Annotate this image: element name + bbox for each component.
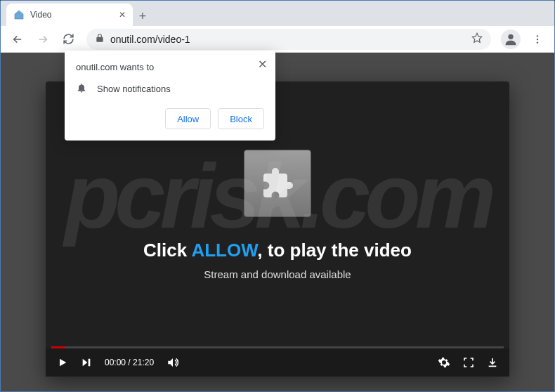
- block-button[interactable]: Block: [218, 108, 264, 129]
- menu-button[interactable]: [526, 28, 549, 51]
- notification-title: onutil.com wants to: [76, 62, 264, 72]
- tab-favicon-icon: [13, 9, 25, 20]
- forward-button[interactable]: [32, 28, 54, 51]
- main-message: Click ALLOW, to play the video: [143, 240, 412, 261]
- main-highlight: ALLOW: [191, 240, 257, 261]
- bell-icon: [76, 82, 87, 96]
- profile-avatar[interactable]: [501, 30, 521, 49]
- download-button[interactable]: [487, 357, 498, 368]
- notification-close-icon[interactable]: ✕: [258, 58, 267, 71]
- svg-point-6: [537, 38, 538, 39]
- sub-message: Stream and download available: [204, 268, 351, 280]
- allow-button[interactable]: Allow: [165, 108, 211, 129]
- url-text: onutil.com/video-1: [110, 34, 190, 45]
- next-button[interactable]: [81, 357, 92, 368]
- play-button[interactable]: [57, 357, 68, 368]
- volume-button[interactable]: [166, 356, 179, 369]
- fullscreen-button[interactable]: [463, 357, 474, 368]
- notification-body: Show notifications: [97, 84, 171, 94]
- browser-toolbar: onutil.com/video-1: [1, 26, 554, 53]
- svg-point-5: [537, 35, 538, 37]
- tab-title: Video: [30, 10, 51, 20]
- tab-video[interactable]: Video ✕: [6, 4, 133, 26]
- main-suffix: to play the video: [263, 240, 412, 261]
- time-display: 00:00 / 21:20: [105, 358, 154, 367]
- tab-strip: Video ✕ +: [1, 1, 554, 26]
- svg-point-7: [537, 41, 538, 43]
- bookmark-star-icon[interactable]: [471, 32, 483, 46]
- new-tab-button[interactable]: +: [133, 6, 152, 26]
- tab-close-icon[interactable]: ✕: [119, 10, 126, 20]
- svg-point-4: [508, 34, 513, 39]
- plugin-placeholder: [244, 150, 311, 217]
- address-bar[interactable]: onutil.com/video-1: [86, 29, 491, 50]
- main-comma: ,: [257, 240, 262, 261]
- lock-icon: [95, 33, 105, 46]
- back-button[interactable]: [6, 28, 29, 51]
- progress-bar[interactable]: [51, 346, 504, 348]
- notification-prompt: ✕ onutil.com wants to Show notifications…: [65, 51, 275, 141]
- video-controls: 00:00 / 21:20: [46, 348, 509, 377]
- settings-button[interactable]: [438, 356, 450, 369]
- reload-button[interactable]: [57, 28, 79, 51]
- main-prefix: Click: [143, 240, 191, 261]
